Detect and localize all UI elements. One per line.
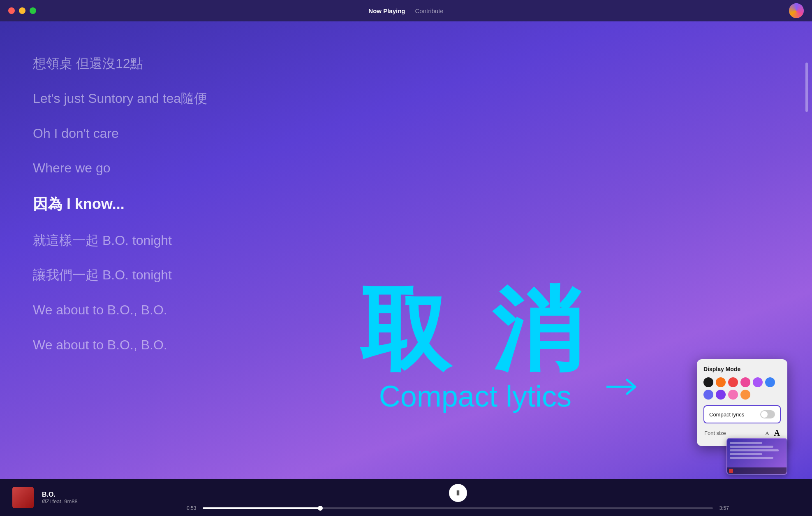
compact-lyrics-toggle[interactable] bbox=[760, 410, 775, 418]
compact-lyrics-row: Compact lyrics bbox=[703, 405, 781, 423]
font-size-large-button[interactable]: A bbox=[774, 428, 780, 438]
mini-lyric-3 bbox=[730, 449, 779, 451]
swatch-light-pink[interactable] bbox=[728, 390, 738, 400]
big-overlay: 取 消 Compact lytics bbox=[360, 285, 590, 413]
compact-lyrics-label: Compact lyrics bbox=[709, 411, 744, 418]
swatch-row-1 bbox=[703, 377, 781, 387]
mini-lyric-2 bbox=[730, 446, 773, 448]
album-art-image bbox=[12, 487, 34, 508]
titlebar-tabs: Now Playing Contribute bbox=[368, 7, 443, 14]
lyric-line-5-active[interactable]: 因為 I know... bbox=[33, 186, 779, 223]
display-mode-panel: Display Mode Com bbox=[697, 359, 787, 446]
lyric-line-6[interactable]: 就這樣一起 B.O. tonight bbox=[33, 223, 779, 258]
font-size-buttons: A A bbox=[765, 428, 780, 438]
swatch-purple[interactable] bbox=[753, 377, 763, 387]
lyric-line-3[interactable]: Oh I don't care bbox=[33, 116, 779, 151]
player-bar: B.O. ØZI feat. 9m88 ⏸ 0:53 3:57 bbox=[0, 479, 812, 516]
avatar[interactable] bbox=[789, 3, 804, 18]
font-size-label: Font size bbox=[704, 430, 726, 436]
track-title: B.O. bbox=[42, 491, 108, 498]
arrow-icon bbox=[606, 377, 639, 397]
lyrics-background: 想領桌 但還沒12點 Let's just Suntory and tea隨便 … bbox=[0, 21, 812, 479]
lyric-line-2[interactable]: Let's just Suntory and tea隨便 bbox=[33, 81, 779, 116]
minimize-button[interactable] bbox=[19, 7, 25, 14]
swatch-blue[interactable] bbox=[765, 377, 775, 387]
swatch-light-orange[interactable] bbox=[740, 390, 750, 400]
swatch-indigo[interactable] bbox=[703, 390, 713, 400]
font-size-small-button[interactable]: A bbox=[765, 430, 769, 437]
scrollbar-track[interactable] bbox=[805, 30, 809, 471]
progress-bar[interactable] bbox=[203, 507, 713, 509]
swatch-violet[interactable] bbox=[716, 390, 726, 400]
mini-lyric-1 bbox=[730, 442, 762, 444]
total-time: 3:57 bbox=[717, 505, 731, 511]
tab-contribute[interactable]: Contribute bbox=[415, 7, 443, 14]
album-art bbox=[12, 487, 34, 508]
progress-fill bbox=[203, 507, 320, 509]
swatch-pink[interactable] bbox=[740, 377, 750, 387]
player-controls: ⏸ 0:53 3:57 bbox=[116, 484, 800, 511]
swatch-row-2 bbox=[703, 390, 781, 400]
mini-bottom-bar bbox=[727, 467, 787, 474]
scrollbar-thumb[interactable] bbox=[805, 63, 808, 112]
color-swatches bbox=[703, 377, 781, 400]
pause-button[interactable]: ⏸ bbox=[449, 484, 467, 502]
tab-now-playing[interactable]: Now Playing bbox=[368, 7, 405, 14]
big-chinese-text: 取 消 bbox=[360, 285, 590, 375]
progress-row: 0:53 3:57 bbox=[184, 505, 731, 511]
swatch-orange[interactable] bbox=[716, 377, 726, 387]
progress-thumb[interactable] bbox=[318, 506, 323, 511]
mini-album-art bbox=[729, 469, 733, 473]
main-container: 想領桌 但還沒12點 Let's just Suntory and tea隨便 … bbox=[0, 21, 812, 516]
pause-icon: ⏸ bbox=[454, 489, 462, 497]
fullscreen-button[interactable] bbox=[30, 7, 36, 14]
lyric-line-1[interactable]: 想領桌 但還沒12點 bbox=[33, 46, 779, 81]
close-button[interactable] bbox=[8, 7, 15, 14]
titlebar: Now Playing Contribute bbox=[0, 0, 812, 21]
swatch-black[interactable] bbox=[703, 377, 713, 387]
panel-title: Display Mode bbox=[703, 366, 781, 372]
track-info: B.O. ØZI feat. 9m88 bbox=[42, 491, 108, 504]
track-artist: ØZI feat. 9m88 bbox=[42, 498, 108, 504]
lyric-line-4[interactable]: Where we go bbox=[33, 151, 779, 186]
big-subtitle-text: Compact lytics bbox=[379, 379, 571, 413]
current-time: 0:53 bbox=[184, 505, 199, 511]
mini-lyric-4 bbox=[730, 453, 762, 455]
mini-preview-thumbnail bbox=[726, 438, 787, 475]
swatch-red[interactable] bbox=[728, 377, 738, 387]
arrow-overlay bbox=[606, 377, 639, 399]
mini-lyric-5 bbox=[730, 457, 773, 459]
traffic-lights bbox=[8, 7, 36, 14]
